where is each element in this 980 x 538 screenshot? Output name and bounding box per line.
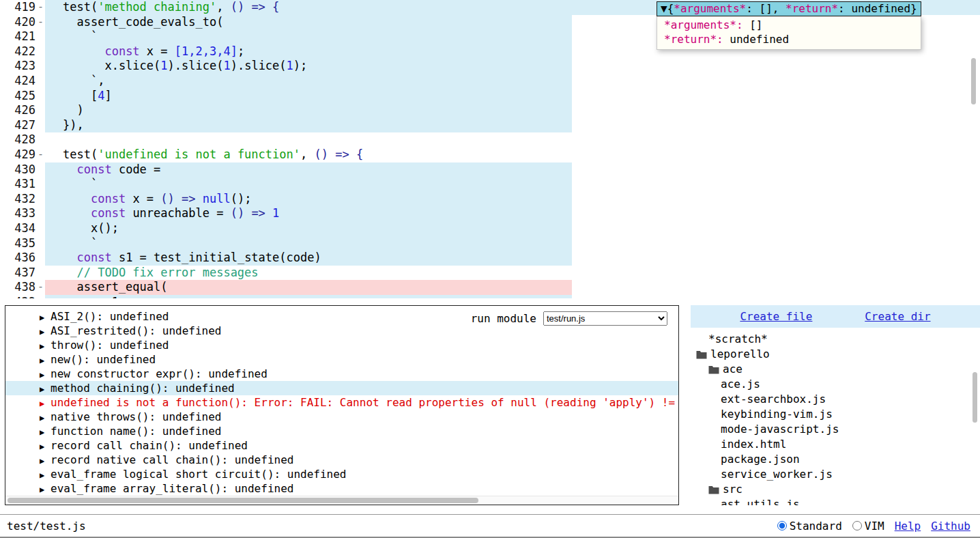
fold-marker[interactable]: - xyxy=(38,147,46,162)
code-line[interactable]: 423 x.slice(1).slice(1).slice(1); xyxy=(0,59,980,74)
tree-item-file[interactable]: mode-javascript.js xyxy=(691,422,980,437)
code-line[interactable]: 437 // TODO fix error messages xyxy=(0,266,980,281)
code-line[interactable]: 435 ` xyxy=(0,236,980,251)
expand-triangle-icon[interactable]: ▶ xyxy=(40,382,51,397)
expand-triangle-icon[interactable]: ▶ xyxy=(40,311,51,325)
code-token: test( xyxy=(63,147,98,161)
test-result-row[interactable]: ▶undefined is not a function(): Error: F… xyxy=(5,395,678,410)
code-line[interactable]: 431 ` xyxy=(0,177,980,192)
tree-item-label: ace xyxy=(723,362,743,377)
expand-triangle-icon[interactable]: ▶ xyxy=(40,354,51,368)
horizontal-scrollbar-thumb[interactable] xyxy=(8,498,478,503)
code-token: [1,2,3,4] xyxy=(175,44,237,58)
test-result-row[interactable]: ▶record call chain(): undefined xyxy=(5,438,678,453)
line-number: 423 xyxy=(5,59,35,74)
horizontal-scrollbar[interactable] xyxy=(5,496,678,505)
eval-result-tooltip[interactable]: ▼{*arguments*: [], *return*: undefined} … xyxy=(657,1,921,50)
expand-triangle-icon[interactable]: ▶ xyxy=(40,440,51,454)
tree-item-dir[interactable]: ace xyxy=(691,362,980,377)
tree-item-file[interactable]: package.json xyxy=(691,452,980,467)
code-line[interactable]: 425 [4] xyxy=(0,89,980,104)
tree-item-file[interactable]: ext-searchbox.js xyxy=(691,392,980,407)
code-line[interactable]: 429-test('undefined is not a function', … xyxy=(0,147,980,162)
code-line[interactable]: 436 const s1 = test_initial_state(code) xyxy=(0,251,980,266)
file-tree-scrollbar[interactable] xyxy=(972,372,977,423)
code-token: *return* xyxy=(786,2,838,15)
eval-line-highlight xyxy=(45,103,572,118)
code-line[interactable]: 426 ) xyxy=(0,103,980,118)
line-number: 424 xyxy=(5,74,35,89)
tree-item-file[interactable]: keybinding-vim.js xyxy=(691,407,980,422)
test-result-row[interactable]: ▶method chaining(): undefined xyxy=(5,381,678,395)
code-token: // TODO fix error messages xyxy=(63,266,259,279)
tree-item-file[interactable]: *scratch* xyxy=(691,332,980,347)
test-result-row[interactable]: ▶function name(): undefined xyxy=(5,424,678,438)
expand-triangle-icon[interactable]: ▶ xyxy=(40,411,51,425)
code-text: // TODO fix error messages xyxy=(63,266,259,281)
tooltip-header[interactable]: ▼{*arguments*: [], *return*: undefined} xyxy=(657,1,921,16)
line-number: 432 xyxy=(5,192,35,207)
code-text: ` xyxy=(63,236,98,251)
run-module-select[interactable]: test/run.js xyxy=(543,311,667,326)
help-link[interactable]: Help xyxy=(895,520,921,533)
line-number: 431 xyxy=(5,177,35,192)
expand-triangle-icon[interactable]: ▶ xyxy=(40,483,51,497)
status-bar-controls: Standard VIM Help Github xyxy=(777,520,980,533)
github-link[interactable]: Github xyxy=(931,520,970,533)
line-number: 439 xyxy=(5,295,35,298)
line-number: 436 xyxy=(5,251,35,266)
fold-marker[interactable]: - xyxy=(38,280,46,295)
tree-item-file[interactable]: service_worker.js xyxy=(691,467,980,482)
test-result-label: new(): undefined xyxy=(51,353,156,366)
test-result-row[interactable]: ▶new constructor expr(): undefined xyxy=(5,367,678,381)
tree-item-dir[interactable]: src xyxy=(691,482,980,497)
keybinding-standard-radio[interactable] xyxy=(777,521,787,530)
expand-triangle-icon[interactable]: ▶ xyxy=(40,368,51,382)
test-result-row[interactable]: ▶throw(): undefined xyxy=(5,338,678,352)
keybinding-standard-option[interactable]: Standard xyxy=(777,520,842,533)
code-line[interactable]: 439 s1, xyxy=(0,295,980,298)
keybinding-vim-radio[interactable] xyxy=(852,521,862,530)
expand-triangle-icon[interactable]: ▶ xyxy=(40,468,51,483)
code-line[interactable]: 424 `, xyxy=(0,74,980,89)
code-token: 4 xyxy=(98,89,104,102)
line-number: 430 xyxy=(5,162,35,178)
expand-triangle-icon[interactable]: ▶ xyxy=(40,425,51,440)
code-token: ).slice( xyxy=(168,59,224,72)
code-line[interactable]: 434 x(); xyxy=(0,221,980,236)
leporello-app: 419-test('method chaining', () => {420- … xyxy=(0,0,980,538)
fold-marker[interactable]: - xyxy=(38,15,46,30)
code-line[interactable]: 432 const x = () => null(); xyxy=(0,192,980,207)
code-line[interactable]: 433 const unreachable = () => 1 xyxy=(0,206,980,221)
code-line[interactable]: 430 const code = xyxy=(0,162,980,178)
test-result-label: eval_frame logical short circuit(): unde… xyxy=(51,468,346,481)
keybinding-vim-option[interactable]: VIM xyxy=(852,520,884,533)
code-line[interactable]: 427}), xyxy=(0,118,980,133)
code-line[interactable]: 428 xyxy=(0,132,980,147)
tree-item-file[interactable]: ast_utils.js xyxy=(691,497,980,505)
expand-triangle-icon[interactable]: ▶ xyxy=(40,325,51,339)
code-line[interactable]: 438- assert_equal( xyxy=(0,280,980,295)
test-result-row[interactable]: ▶ASI_restrited(): undefined xyxy=(5,324,678,338)
fold-marker[interactable]: - xyxy=(38,0,46,15)
run-module-label: run module xyxy=(471,312,536,325)
tree-item-file[interactable]: index.html xyxy=(691,437,980,452)
collapse-triangle-icon[interactable]: ▼ xyxy=(661,2,667,15)
test-result-row[interactable]: ▶new(): undefined xyxy=(5,352,678,367)
test-result-row[interactable]: ▶eval_frame array_literal(): undefined xyxy=(5,481,678,496)
create-dir-link[interactable]: Create dir xyxy=(865,310,930,323)
expand-triangle-icon[interactable]: ▶ xyxy=(40,454,51,468)
editor-vertical-scrollbar[interactable] xyxy=(971,58,976,104)
test-result-row[interactable]: ▶record native call chain(): undefined xyxy=(5,453,678,467)
tree-item-dir[interactable]: leporello xyxy=(691,347,980,362)
code-editor[interactable]: 419-test('method chaining', () => {420- … xyxy=(0,0,980,298)
test-result-row[interactable]: ▶native throws(): undefined xyxy=(5,410,678,424)
expand-triangle-icon[interactable]: ▶ xyxy=(40,397,51,411)
tooltip-key: *arguments*: xyxy=(664,18,749,31)
tree-item-file[interactable]: ace.js xyxy=(691,377,980,392)
test-result-label: throw(): undefined xyxy=(51,339,169,352)
test-result-row[interactable]: ▶eval_frame logical short circuit(): und… xyxy=(5,467,678,481)
create-file-link[interactable]: Create file xyxy=(740,310,812,323)
expand-triangle-icon[interactable]: ▶ xyxy=(40,339,51,354)
line-number: 426 xyxy=(5,103,35,118)
